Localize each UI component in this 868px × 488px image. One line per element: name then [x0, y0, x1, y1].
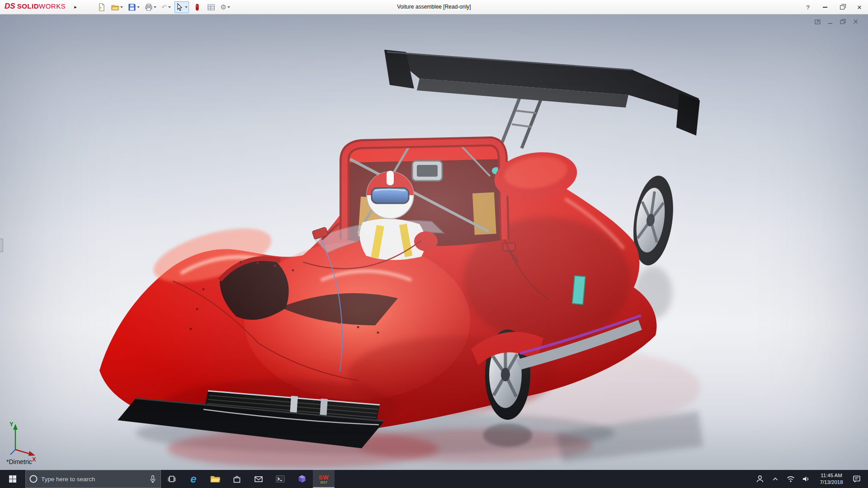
search-input[interactable] — [41, 476, 145, 483]
volume-button[interactable] — [799, 470, 813, 488]
network-button[interactable] — [784, 470, 797, 488]
document-window-controls — [814, 18, 860, 25]
taskbar-app-store[interactable] — [226, 470, 248, 488]
doc-minimize-icon — [827, 19, 834, 25]
save-button[interactable] — [127, 1, 141, 13]
macro-record-icon — [193, 3, 201, 11]
mail-icon — [254, 475, 263, 483]
task-view-button[interactable] — [161, 470, 183, 488]
doc-restore-button[interactable] — [839, 18, 847, 25]
doc-close-icon — [852, 19, 859, 25]
speaker-icon — [802, 475, 811, 483]
select-arrow-button[interactable] — [175, 1, 189, 13]
orientation-triad: Y X — [7, 418, 39, 461]
open-button[interactable] — [110, 1, 124, 13]
brand-solid: SOLID — [17, 2, 39, 10]
featuremanager-collapsed-tab[interactable] — [0, 239, 3, 252]
minimize-button[interactable] — [820, 2, 830, 12]
select-dropdown-caret-icon[interactable] — [185, 6, 188, 8]
undo-button[interactable]: ↶ — [160, 1, 172, 13]
printer-icon — [145, 3, 153, 11]
dassault-logo-icon: DS — [5, 2, 15, 11]
y-axis-label: Y — [9, 421, 14, 427]
side-window-cyan — [572, 276, 585, 305]
edge-icon: e — [190, 473, 196, 485]
y-axis-arrow-icon — [13, 424, 18, 430]
open-dropdown-caret-icon[interactable] — [120, 6, 123, 8]
microphone-button[interactable] — [145, 475, 160, 483]
people-button[interactable] — [753, 470, 767, 488]
solidworks-2017-icon: SW 2017 — [319, 474, 329, 484]
titlebar: DS SOLIDWORKS ▸ — [0, 0, 868, 14]
rear-wing — [384, 50, 700, 148]
options-button[interactable]: ⚙ — [219, 1, 231, 13]
taskbar-app-solidworks[interactable]: SW 2017 — [313, 470, 335, 488]
graphics-viewport[interactable]: Y X *Dimetric — [0, 14, 868, 470]
taskbar-app-mail[interactable] — [248, 470, 269, 488]
x-axis-label: X — [32, 456, 36, 461]
file-explorer-icon — [210, 474, 220, 483]
z-axis-line — [10, 450, 15, 455]
menu-flyout-arrow-icon[interactable]: ▸ — [71, 1, 80, 12]
air-intake — [412, 161, 442, 181]
help-button[interactable]: ? — [803, 2, 813, 12]
undo-icon: ↶ — [161, 3, 167, 11]
properties-table-icon — [207, 3, 215, 11]
x-axis-arrow-icon — [28, 451, 35, 456]
cube-app-icon — [297, 474, 307, 483]
options-dropdown-caret-icon[interactable] — [227, 6, 230, 8]
save-floppy-icon — [128, 3, 136, 11]
windows-taskbar: e SW 20 — [0, 470, 868, 488]
quick-access-toolbar: ↶ ⚙ — [96, 1, 231, 14]
restore-icon — [840, 5, 844, 9]
doc-minimize-button[interactable] — [826, 18, 835, 25]
doc-restore-up-icon — [814, 19, 821, 25]
taskbar-app-edge[interactable]: e — [183, 470, 204, 488]
windows-logo-icon — [9, 475, 17, 483]
brand-works: WORKS — [39, 2, 66, 10]
clock-time: 11:45 AM — [821, 472, 842, 479]
start-button[interactable] — [0, 470, 25, 488]
action-center-button[interactable] — [850, 470, 863, 488]
gear-icon: ⚙ — [221, 3, 226, 11]
window-controls: ? ✕ — [803, 0, 864, 14]
terminal-icon — [275, 474, 285, 483]
save-dropdown-caret-icon[interactable] — [137, 6, 140, 8]
clock-date: 7/13/2018 — [820, 479, 843, 486]
minimize-icon — [823, 7, 827, 8]
close-button[interactable]: ✕ — [854, 2, 864, 12]
cortana-icon — [29, 474, 38, 483]
taskbar-search[interactable] — [25, 470, 161, 488]
view-orientation-label: *Dimetric — [6, 458, 32, 465]
store-bag-icon — [232, 474, 241, 483]
person-icon — [755, 474, 764, 483]
window-title: Voiture assemblee [Read-only] — [397, 4, 471, 10]
open-folder-icon — [111, 3, 119, 11]
macro-record-button[interactable] — [191, 1, 203, 13]
restore-button[interactable] — [837, 2, 847, 12]
chevron-up-icon — [772, 475, 779, 483]
taskbar-clock[interactable]: 11:45 AM 7/13/2018 — [815, 470, 848, 488]
undo-dropdown-caret-icon[interactable] — [168, 6, 171, 8]
action-center-icon — [852, 474, 861, 483]
print-button[interactable] — [143, 1, 158, 13]
microphone-icon — [149, 475, 156, 483]
race-car-model[interactable] — [68, 27, 710, 470]
taskbar-app-file-explorer[interactable] — [204, 470, 226, 488]
doc-close-button[interactable] — [852, 18, 860, 25]
taskbar-app-terminal[interactable] — [269, 470, 291, 488]
properties-button[interactable] — [205, 1, 217, 13]
close-icon: ✕ — [857, 4, 862, 11]
new-document-icon — [98, 3, 106, 11]
select-cursor-icon — [176, 3, 184, 11]
wifi-icon — [786, 475, 795, 483]
doc-restore-up-button[interactable] — [814, 18, 822, 25]
new-document-button[interactable] — [96, 1, 108, 13]
solidworks-logo: DS SOLIDWORKS — [5, 2, 66, 11]
print-dropdown-caret-icon[interactable] — [154, 6, 156, 8]
taskbar-app-cad-cube[interactable] — [291, 470, 313, 488]
task-view-icon — [167, 474, 176, 483]
system-tray: 11:45 AM 7/13/2018 — [753, 470, 868, 488]
doc-restore-icon — [840, 19, 847, 25]
hidden-icons-button[interactable] — [769, 470, 782, 488]
